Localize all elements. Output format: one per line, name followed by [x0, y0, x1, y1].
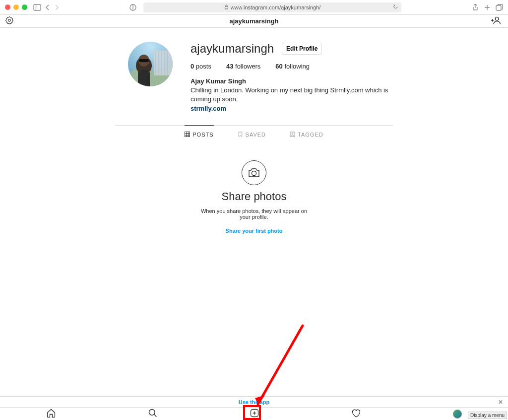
posts-stat[interactable]: 0 posts [190, 63, 211, 70]
svg-point-8 [495, 17, 499, 20]
avatar-image [128, 42, 173, 86]
window-controls [5, 4, 27, 10]
bio-text: Chilling in London. Working on my next b… [190, 86, 395, 104]
share-icon[interactable] [472, 3, 479, 11]
tab-posts[interactable]: POSTS [185, 125, 213, 142]
tab-saved[interactable]: SAVED [238, 126, 266, 142]
grid-icon [185, 132, 190, 137]
svg-point-28 [252, 171, 256, 175]
page-header: ajaykumarsingh [0, 15, 508, 28]
bookmark-icon [238, 132, 243, 137]
close-window-icon[interactable] [5, 4, 10, 10]
followers-stat[interactable]: 43 followers [226, 63, 260, 70]
reload-icon[interactable] [393, 4, 398, 10]
settings-icon[interactable] [5, 16, 14, 27]
new-tab-icon[interactable] [484, 3, 491, 11]
empty-state: Share photos When you share photos, they… [0, 160, 508, 234]
tab-label: SAVED [246, 132, 266, 138]
avatar[interactable] [128, 42, 173, 86]
maximize-window-icon[interactable] [22, 4, 27, 10]
privacy-shield-icon[interactable] [129, 4, 136, 11]
bio-link[interactable]: strmlly.com [190, 104, 395, 113]
sidebar-toggle-icon[interactable] [33, 4, 41, 11]
discover-people-icon[interactable] [491, 16, 501, 27]
lock-icon [224, 4, 229, 10]
page-title: ajaykumarsingh [230, 17, 279, 25]
back-icon[interactable] [45, 4, 50, 10]
empty-text: When you share photos, they will appear … [199, 208, 309, 220]
username: ajaykumarsingh [190, 42, 274, 56]
svg-point-7 [8, 19, 11, 21]
url-text: www.instagram.com/ajaykumarsingh/ [231, 4, 321, 10]
svg-rect-20 [139, 59, 149, 62]
profile-stats: 0 posts 43 followers 60 following [190, 63, 395, 70]
display-name: Ajay Kumar Singh [190, 77, 395, 86]
edit-profile-button[interactable]: Edit Profile [282, 43, 322, 55]
minimize-window-icon[interactable] [13, 4, 19, 10]
tab-tagged[interactable]: TAGGED [290, 126, 323, 142]
svg-rect-12 [154, 51, 173, 75]
share-first-photo-link[interactable]: Share your first photo [226, 228, 283, 234]
tagged-icon [290, 132, 295, 137]
url-bar[interactable]: www.instagram.com/ajaykumarsingh/ [143, 2, 401, 12]
following-stat[interactable]: 60 following [275, 63, 310, 70]
profile-tabs: POSTS SAVED TAGGED [0, 126, 508, 142]
svg-rect-6 [496, 5, 501, 10]
camera-icon [242, 160, 266, 185]
svg-rect-0 [34, 4, 41, 10]
tab-label: POSTS [192, 132, 213, 138]
svg-rect-21 [185, 132, 190, 137]
tab-label: TAGGED [298, 132, 323, 138]
profile-section: ajaykumarsingh Edit Profile 0 posts 43 f… [105, 42, 403, 113]
tabs-overview-icon[interactable] [496, 3, 503, 11]
svg-point-27 [292, 133, 293, 135]
svg-rect-3 [225, 6, 228, 9]
forward-icon[interactable] [54, 4, 59, 10]
empty-title: Share photos [222, 190, 287, 203]
browser-toolbar: www.instagram.com/ajaykumarsingh/ [0, 0, 508, 15]
